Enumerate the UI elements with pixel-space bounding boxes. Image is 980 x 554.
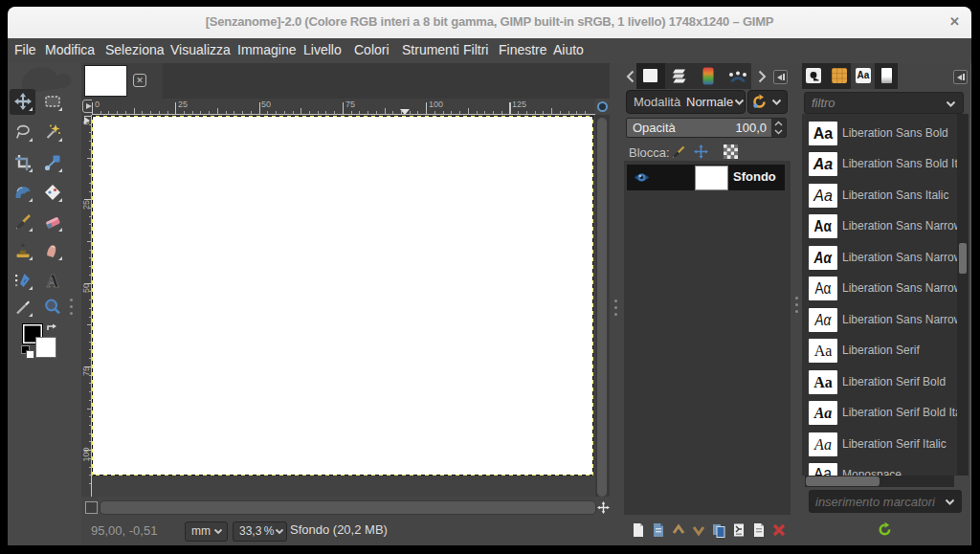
svg-text:A: A <box>47 272 59 291</box>
